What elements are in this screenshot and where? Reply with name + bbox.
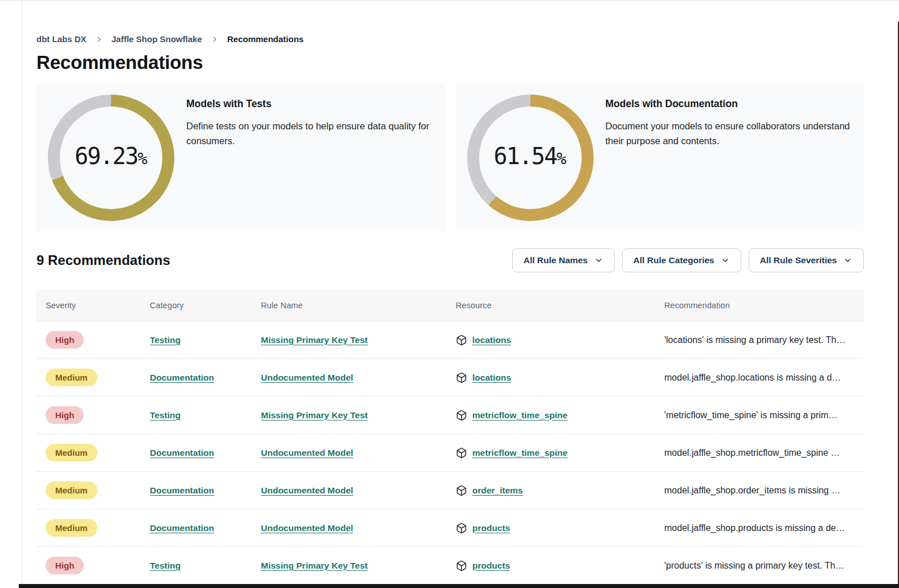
box-icon <box>456 334 467 346</box>
rule-name-link[interactable]: Undocumented Model <box>261 485 353 495</box>
resource-link[interactable]: products <box>472 561 510 571</box>
recommendation-text: model.jaffle_shop.order_items is missing… <box>664 485 855 496</box>
rule-name-link[interactable]: Undocumented Model <box>261 523 353 533</box>
breadcrumb-item-dbt-labs-dx[interactable]: dbt Labs DX <box>36 34 87 44</box>
severity-badge: High <box>46 557 84 574</box>
rule-name-link[interactable]: Undocumented Model <box>261 373 353 382</box>
models-with-tests-card: 69.23% Models with Tests Define tests on… <box>36 83 445 231</box>
column-header-resource: Resource <box>456 301 664 310</box>
card-description: Define tests on your models to help ensu… <box>186 119 440 148</box>
category-link[interactable]: Testing <box>150 410 181 420</box>
recommendation-text: 'metricflow_time_spine' is missing a pri… <box>664 410 855 420</box>
category-link[interactable]: Testing <box>150 335 181 345</box>
models-with-documentation-card: 61.54% Models with Documentation Documen… <box>456 83 864 231</box>
table-row: Medium Documentation Undocumented Model … <box>36 358 864 396</box>
column-header-rule-name: Rule Name <box>261 301 456 310</box>
severity-badge: Medium <box>46 481 97 499</box>
severity-badge: High <box>46 331 84 349</box>
column-header-category: Category <box>150 301 261 310</box>
chevron-down-icon <box>594 256 603 265</box>
box-icon <box>456 410 467 421</box>
rule-name-link[interactable]: Missing Primary Key Test <box>261 410 368 420</box>
resource-link[interactable]: order_items <box>472 485 523 496</box>
tests-percent-value: 69.23% <box>48 95 174 221</box>
severity-badge: Medium <box>46 444 97 462</box>
table-body: High Testing Missing Primary Key Test lo… <box>36 321 864 584</box>
resource-link[interactable]: locations <box>472 373 511 383</box>
filter-bar: All Rule Names All Rule Categories All R… <box>512 248 864 272</box>
severity-badge: High <box>46 406 84 424</box>
table-row: Medium Documentation Undocumented Model … <box>36 509 864 546</box>
main-content: dbt Labs DX Jaffle Shop Snowflake Recomm… <box>22 1 899 584</box>
breadcrumb-item-project[interactable]: Jaffle Shop Snowflake <box>112 34 202 44</box>
box-icon <box>456 485 467 496</box>
chevron-right-icon <box>95 35 103 43</box>
rule-names-filter-dropdown[interactable]: All Rule Names <box>512 248 615 272</box>
page-title: Recommendations <box>36 52 864 74</box>
chevron-down-icon <box>843 256 852 265</box>
category-link[interactable]: Documentation <box>150 485 214 495</box>
recommendation-text: model.jaffle_shop.metricflow_time_spine … <box>664 448 855 458</box>
documentation-percent-value: 61.54% <box>467 95 594 221</box>
card-title: Models with Tests <box>186 98 440 110</box>
category-link[interactable]: Testing <box>150 561 181 570</box>
chevron-down-icon <box>721 256 730 265</box>
category-link[interactable]: Documentation <box>150 373 214 382</box>
rule-categories-filter-dropdown[interactable]: All Rule Categories <box>622 248 741 272</box>
table-row: Medium Documentation Undocumented Model … <box>36 471 864 509</box>
sidebar-edge-divider <box>22 1 22 588</box>
table-row: High Testing Missing Primary Key Test lo… <box>36 321 864 358</box>
table-row: Medium Documentation Undocumented Model … <box>36 434 864 471</box>
recommendation-text: model.jaffle_shop.products is missing a … <box>664 523 855 533</box>
resource-link[interactable]: products <box>472 523 510 533</box>
recommendations-count-title: 9 Recommendations <box>36 252 170 268</box>
table-header-row: Severity Category Rule Name Resource Rec… <box>36 289 864 321</box>
resource-link[interactable]: metricflow_time_spine <box>472 410 567 420</box>
recommendation-text: 'locations' is missing a primary key tes… <box>664 335 855 345</box>
resource-link[interactable]: locations <box>472 335 511 345</box>
documentation-donut-chart: 61.54% <box>467 95 594 221</box>
severity-badge: Medium <box>46 369 97 386</box>
breadcrumb: dbt Labs DX Jaffle Shop Snowflake Recomm… <box>36 34 864 44</box>
recommendation-text: model.jaffle_shop.locations is missing a… <box>664 373 855 383</box>
recommendations-table: Severity Category Rule Name Resource Rec… <box>36 289 864 584</box>
box-icon <box>456 522 467 534</box>
recommendation-text: 'products' is missing a primary key test… <box>664 561 855 571</box>
chevron-right-icon <box>211 35 219 43</box>
box-icon <box>456 560 467 571</box>
resource-link[interactable]: metricflow_time_spine <box>472 448 567 458</box>
window-bottom-edge <box>19 584 899 588</box>
severity-badge: Medium <box>46 519 97 537</box>
rule-name-link[interactable]: Missing Primary Key Test <box>261 335 368 345</box>
metric-cards: 69.23% Models with Tests Define tests on… <box>36 83 864 231</box>
rule-name-link[interactable]: Missing Primary Key Test <box>261 561 368 570</box>
breadcrumb-item-recommendations: Recommendations <box>227 34 304 44</box>
column-header-severity: Severity <box>46 301 150 310</box>
card-title: Models with Documentation <box>606 98 859 110</box>
category-link[interactable]: Documentation <box>150 448 214 458</box>
category-link[interactable]: Documentation <box>150 523 214 533</box>
box-icon <box>456 372 467 383</box>
rule-name-link[interactable]: Undocumented Model <box>261 448 353 458</box>
tests-donut-chart: 69.23% <box>48 95 174 221</box>
table-row: High Testing Missing Primary Key Test pr… <box>36 546 864 584</box>
table-row: High Testing Missing Primary Key Test me… <box>36 396 864 434</box>
box-icon <box>456 447 467 459</box>
column-header-recommendation: Recommendation <box>664 301 855 310</box>
card-description: Document your models to ensure collabora… <box>606 119 859 148</box>
rule-severities-filter-dropdown[interactable]: All Rule Severities <box>749 248 864 272</box>
